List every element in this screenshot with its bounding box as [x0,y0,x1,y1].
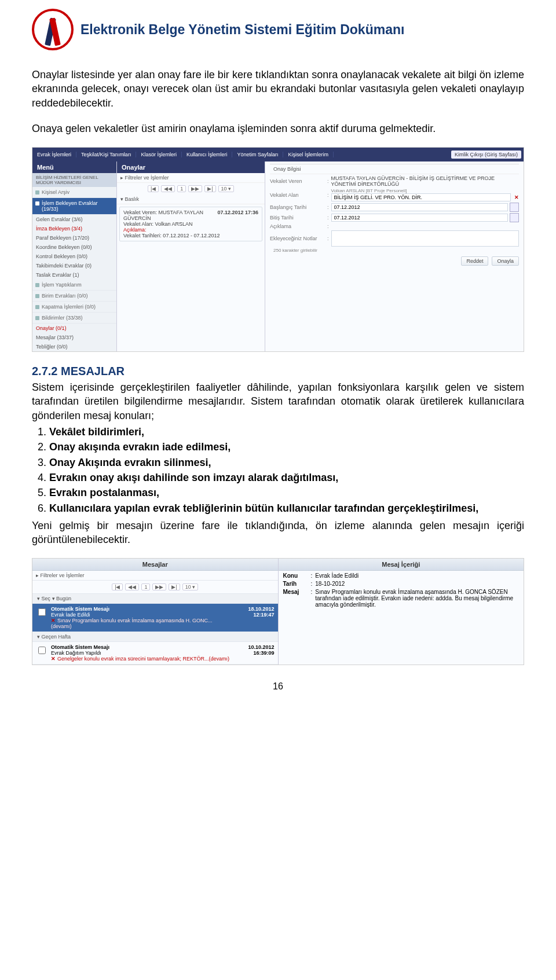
sidebar-subitem[interactable]: Paraf Bekleyen (17/20) [32,233,116,243]
end-date-input[interactable] [331,214,508,222]
filters-toggle[interactable]: ▸ Filtreler ve İşlemler [32,571,278,581]
msg-sender: Otomatik Sistem Mesajı [51,644,231,650]
paragraph: Sistem içerisinde gerçekleştirilen faali… [32,380,524,423]
paragraph: Yeni gelmiş bir mesajın üzerine fare ile… [32,519,524,547]
detail-value: 18-10-2012 [315,581,519,587]
pager-prev[interactable]: ◀◀ [125,583,139,590]
pager-first[interactable]: |◀ [112,583,123,590]
detail-header: Onay Bilgisi [270,164,519,174]
alert-icon: ✕ [51,618,56,623]
field-label: Vekalet Veren [270,178,325,184]
alert-icon: ✕ [51,656,56,662]
sidebar-subitem[interactable]: Tebliğler (0/0) [32,342,116,351]
msg-subject: Evrak İade Edildi [51,612,231,618]
remove-icon[interactable]: ✕ [514,194,519,200]
topnav-item[interactable]: Yönetim Sayfaları [232,152,283,157]
pager-size[interactable]: 10 ▾ [218,185,235,192]
msg-subject: Evrak Dağıtım Yapıldı [51,650,231,656]
topnav-item[interactable]: Kişisel İşlemlerim [283,152,334,157]
msg-date: 18.10.2012 [234,606,275,612]
list-item: Evrakın onay akışı dahilinde son imzayı … [49,472,338,483]
field-label: Ekleyeceğiniz Notlar [270,236,325,241]
detail-value: Evrak İade Edildi [315,572,519,579]
message-row[interactable]: Otomatik Sistem Mesajı Evrak Dağıtım Yap… [32,642,278,665]
list-item: Onay Akışında evrakın silinmesi, [49,457,211,468]
sidebar-item[interactable]: İşlem Bekleyen Evraklar (19/33) [32,198,116,215]
menu-note: BİLİŞİM HİZMETLERİ GENEL MÜDÜR YARDIMCIS… [32,173,116,187]
group-header[interactable]: ▾ Geçen Hafta [32,632,278,642]
screenshot-messages: Mesajlar ▸ Filtreler ve İşlemler |◀ ◀◀ 1… [32,558,524,665]
char-limit-note: 250 karakter girilebilir [273,248,519,253]
pager-page[interactable]: 1 [141,583,150,590]
pager-size[interactable]: 10 ▾ [182,583,199,590]
reject-button[interactable]: Reddet [461,256,488,266]
list-item: Vekâlet bildirimleri, [49,426,144,438]
page-number: 16 [32,681,524,692]
approval-card[interactable]: 07.12.2012 17:36 Vekalet Veren: MUSTAFA … [119,207,262,241]
list-item: Onay akışında evrakın iade edilmesi, [49,441,231,453]
group-header[interactable]: ▾ Seç ▾ Bugün [32,594,278,604]
pager-next[interactable]: ▶▶ [188,185,202,192]
msg-date: 10.10.2012 [234,644,275,650]
sidebar-subitem[interactable]: Mesajlar (33/37) [32,333,116,342]
section-toggle[interactable]: ▾ Baslık [117,194,265,204]
topnav-item[interactable]: Teşkilat/Kişi Tanımları [76,152,136,157]
detail-header: Mesaj İçeriği [279,559,524,571]
list-header: Onaylar [117,162,265,173]
card-line: Vekalet Alan: Volkan ARSLAN [123,221,258,227]
filters-toggle[interactable]: ▸ Filtreler ve İşlemler [117,173,265,183]
card-line: Vekalet Tarihleri: 07.12.2012 - 07.12.20… [123,233,258,238]
approve-button[interactable]: Onayla [492,256,519,266]
msg-preview: Sınav Programları konulu evrak İmzalama … [51,618,213,629]
detail-label: Tarih [283,581,311,587]
topnav-item[interactable]: Klasör İşlemleri [136,152,182,157]
detail-value: Sınav Programları konulu evrak İmzalama … [315,589,519,608]
sidebar-item[interactable]: Kapatma İşlemleri (0/0) [32,302,116,313]
recipient-input[interactable] [331,193,511,201]
pager-prev[interactable]: ◀◀ [161,185,175,192]
sidebar-item[interactable]: Bildirimler (33/38) [32,313,116,324]
screenshot-approvals: Evrak İşlemleri Teşkilat/Kişi Tanımları … [32,147,524,352]
msg-preview: Genelgeler konulu evrak imza sürecini ta… [57,656,229,662]
sidebar-subitem[interactable]: Onaylar (0/1) [32,324,116,333]
row-checkbox[interactable] [38,647,46,654]
sidebar-subitem[interactable]: Gelen Evraklar (3/6) [32,215,116,224]
row-checkbox[interactable] [38,608,46,616]
sidebar-item[interactable]: Kişisel Arşiv [32,187,116,198]
messages-header: Mesajlar [32,559,278,571]
sidebar-subitem[interactable]: İmza Bekleyen (3/4) [32,224,116,233]
topnav-item[interactable]: Kullanıcı İşlemleri [182,152,233,157]
calendar-icon[interactable] [510,213,519,222]
page-title: Elektronik Belge Yönetim Sistemi Eğitim … [81,22,404,38]
card-line: Açıklama: [123,227,258,233]
field-label: Açıklama [270,223,325,229]
pager-first[interactable]: |◀ [148,185,159,192]
pager-next[interactable]: ▶▶ [152,583,166,590]
list-item: Evrakın postalanması, [49,487,159,498]
pager-page[interactable]: 1 [177,185,186,192]
pager-last[interactable]: ▶| [204,185,215,192]
msg-time: 12:19:47 [234,612,275,618]
sidebar-subitem[interactable]: Taslak Evraklar (1) [32,270,116,280]
message-row[interactable]: Otomatik Sistem Mesajı Evrak İade Edildi… [32,604,278,632]
sidebar-subitem[interactable]: Kontrol Bekleyen (0/0) [32,252,116,261]
card-date: 07.12.2012 17:36 [217,210,258,215]
list-item: Kullanıcılara yapılan evrak tebliğlerini… [49,502,478,514]
calendar-icon[interactable] [510,203,519,212]
field-label: Bitiş Tarihi [270,215,325,221]
detail-label: Konu [283,572,311,579]
sidebar-subitem[interactable]: Takibimdeki Evraklar (0) [32,261,116,270]
logout-button[interactable]: Kimlik Çıkışı (Giriş Sayfası) [451,151,521,159]
notes-input[interactable] [331,230,519,247]
sidebar-item[interactable]: İşlem Yaptıklarım [32,280,116,291]
msg-time: 16:39:09 [234,650,275,656]
field-label: Başlangıç Tarihi [270,204,325,210]
field-value: Volkan ARSLAN [BT Proje Personeli] [331,188,519,193]
pager-last[interactable]: ▶| [169,583,180,590]
section-heading: 2.7.2 MESAJLAR [32,365,524,378]
paragraph: Onaya gelen vekaletler üst amirin onayla… [32,122,524,135]
topnav-item[interactable]: Evrak İşlemleri [32,152,76,157]
sidebar-item[interactable]: Birim Evrakları (0/0) [32,291,116,302]
start-date-input[interactable] [331,203,508,211]
sidebar-subitem[interactable]: Koordine Bekleyen (0/0) [32,243,116,252]
